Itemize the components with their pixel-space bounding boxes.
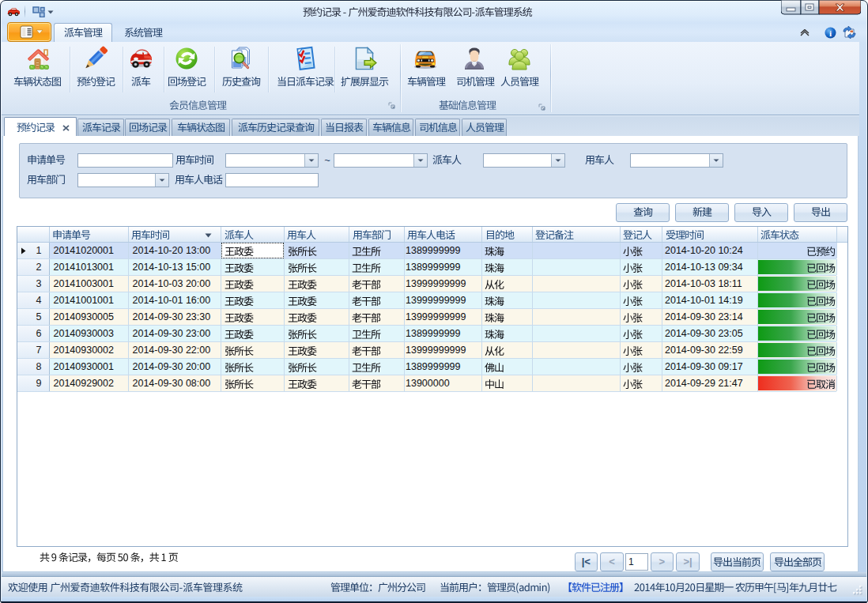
svg-text:i: i xyxy=(829,28,832,38)
